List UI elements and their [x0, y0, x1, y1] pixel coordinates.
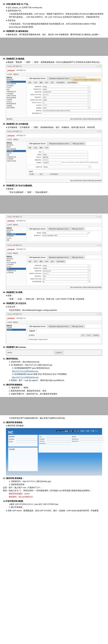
btn-saveas[interactable]: 另存为 [86, 334, 92, 337]
btn-init[interactable]: 初始化数据库 [56, 81, 66, 84]
tree-item[interactable]: 部署 [7, 239, 26, 241]
nav-tree[interactable]: 配置信息 服务器信息 数据源 安全日志数据源 文件服务器 License 部署 … [6, 76, 27, 116]
inp-url[interactable] [42, 112, 101, 114]
tab-wls[interactable]: WebLogic Server [70, 325, 85, 328]
btn-save[interactable]: 保存 [44, 81, 49, 84]
tree-item[interactable]: 缓存配置服务器 [7, 103, 26, 105]
tree-item[interactable]: 安全日志数据源 [7, 83, 26, 85]
tree-item[interactable]: 服务器信息 [7, 79, 26, 81]
v[interactable]: orcl [42, 278, 88, 280]
tree-item[interactable]: 日志文件 [7, 101, 26, 103]
v[interactable]: 127.0.0.1 [42, 272, 88, 275]
btn-lookup[interactable]: … [88, 275, 91, 278]
menu-file[interactable]: 文件(F) [7, 252, 12, 254]
btn-save[interactable]: 保存 [44, 146, 49, 149]
tree-item[interactable]: 元数据仓库加载 [7, 160, 26, 162]
v[interactable] [80, 436, 103, 438]
v[interactable]: 1521 [42, 275, 88, 278]
tree-item-selected[interactable]: 数据源 [7, 81, 26, 83]
tree-item[interactable]: License [7, 152, 26, 154]
dep-dsv[interactable]: design [42, 232, 87, 234]
btn-del[interactable]: 删除 [39, 146, 44, 149]
btn-read[interactable]: 读取 [27, 260, 32, 263]
dropdown-icon[interactable]: ▾ [89, 166, 91, 168]
tree-item[interactable]: 打印数据源 [7, 93, 26, 95]
v[interactable] [80, 440, 103, 442]
tab-wls[interactable]: WebLogic Server [70, 227, 85, 230]
inp-odbc[interactable]: design [42, 88, 88, 90]
btn-lookup[interactable]: … [88, 99, 91, 101]
tree-item-selected[interactable]: 文件服务器 [7, 150, 26, 152]
inp-user[interactable]: sa [42, 102, 88, 104]
tree-item[interactable]: 部署 [7, 154, 26, 156]
nc-m3[interactable]: 业务日期 [73, 430, 79, 432]
tree-item[interactable]: 升级数据库信息 [7, 156, 26, 158]
tree-item[interactable]: 数据库高级配置 [7, 97, 26, 99]
menu-help[interactable]: 帮助(H) [13, 322, 18, 323]
menu-help[interactable]: 帮助(H) [13, 74, 18, 75]
v[interactable]: design [42, 264, 88, 267]
menu-help[interactable]: 帮助(H) [13, 139, 18, 140]
v[interactable] [47, 436, 70, 438]
menu-help[interactable]: 帮助(H) [13, 224, 18, 226]
menu-file[interactable]: 文件(F) [7, 322, 12, 323]
btn-del[interactable]: 删除 [39, 81, 44, 84]
btn-update[interactable]: 更新离线 [92, 334, 100, 337]
btn-read[interactable]: 读取 [27, 146, 32, 149]
tree-item[interactable]: 数据源 [7, 231, 26, 233]
sel-type[interactable]: SQLSERVER [42, 91, 88, 93]
tab-uap[interactable]: UAP Application Server [27, 227, 47, 230]
win-controls[interactable]: — □ ✕ [96, 65, 101, 68]
fullscreen-icon[interactable]: ⎘ [91, 430, 92, 432]
tab-was[interactable]: Websphere Application Server [48, 77, 71, 80]
btn-add[interactable]: 添加 [33, 260, 38, 263]
tree-item[interactable]: 日志配置 [7, 327, 26, 329]
fs-v4[interactable]: 127.0.0.1 [42, 159, 88, 161]
tree-item[interactable]: 数据源 [7, 146, 26, 148]
menu-file[interactable]: 文件(F) [7, 224, 12, 226]
win-controls[interactable]: — □ ✕ [96, 244, 101, 246]
btn-lookup[interactable]: … [88, 88, 91, 90]
lf-area[interactable]: ./ierp/bin/logger-config.properties [27, 338, 101, 344]
nc-m4[interactable]: admin [81, 430, 85, 432]
inp-port[interactable]: 1433 [42, 96, 88, 98]
inp-drv[interactable]: com.microsoft.sqlserver.jdbc.SQLServerDr… [42, 110, 101, 112]
btn-lookup[interactable]: … [88, 86, 91, 88]
menu-file[interactable]: 文件(F) [7, 139, 12, 140]
fs-v5[interactable]: ./irssdionc [42, 162, 61, 164]
nc-m5[interactable]: 首页 [87, 430, 90, 432]
tab-uap[interactable]: UAP Application Server [27, 142, 47, 145]
tree-item[interactable]: 升级数据库信息 [7, 270, 26, 272]
btn-lookup[interactable]: … [88, 278, 91, 280]
btn-test[interactable]: 测试 [50, 260, 55, 263]
tree-item[interactable]: 数据源 [7, 260, 26, 262]
tree-item[interactable]: 元数据仓库加载 [7, 95, 26, 97]
tree-item[interactable]: 服务器信息 [7, 258, 26, 260]
btn-lookup[interactable]: … [88, 264, 91, 267]
tree-item-selected[interactable]: 部署 [7, 268, 26, 270]
tree-item[interactable]: 安全日志数据源 [7, 148, 26, 150]
btn-read[interactable]: 读取 [27, 81, 32, 84]
meta-v[interactable]: design [43, 166, 89, 168]
btn-del[interactable]: 删除 [39, 260, 44, 263]
inp-mod[interactable]: NC65 [42, 107, 88, 109]
btn-lookup[interactable]: … [88, 104, 91, 106]
tab-was[interactable]: Websphere Application Server [47, 325, 70, 328]
close-icon[interactable]: ✕ [97, 430, 98, 432]
fs-v3[interactable]: 磁盘存储 [42, 156, 88, 158]
inp-sid[interactable]: design [42, 99, 88, 101]
nc-p1a-inp[interactable] [17, 438, 37, 440]
v[interactable]: ORACLE11G [42, 270, 88, 272]
dropdown-icon[interactable]: ▾ [88, 280, 91, 283]
fs-v2[interactable]: design [42, 154, 88, 156]
tree-item[interactable]: 服务器信息 [7, 229, 26, 231]
v[interactable] [80, 438, 103, 440]
tab-wls[interactable]: WebLogic Server [70, 256, 85, 259]
btn-init[interactable]: 初始化数据库 [56, 260, 66, 263]
inp-ip[interactable]: 127.0.0.1 [42, 94, 88, 96]
dropdown-icon[interactable]: ▾ [88, 270, 91, 272]
win-controls[interactable]: — □ ✕ [96, 130, 101, 133]
btn-lookup[interactable]: … [88, 94, 91, 96]
tree-item[interactable]: 文件服务器 [7, 264, 26, 266]
dropdown-icon[interactable]: ▾ [88, 91, 91, 93]
